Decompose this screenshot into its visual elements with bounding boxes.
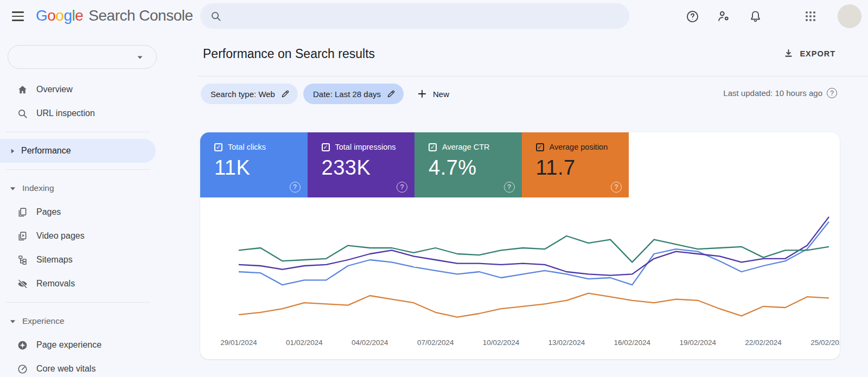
- search-icon: [210, 10, 222, 22]
- sidebar-item-pages[interactable]: Pages: [0, 200, 184, 224]
- download-icon: [783, 48, 794, 59]
- x-axis-tick-label: 10/02/2024: [483, 338, 520, 347]
- magnifier-icon: [16, 108, 28, 119]
- top-bar: Google Search Console: [0, 0, 868, 33]
- metric-value: 233K: [322, 156, 415, 180]
- caret-down-icon: [10, 186, 16, 191]
- edit-icon[interactable]: [386, 89, 396, 99]
- x-axis-tick-label: 25/02/2024: [810, 338, 840, 347]
- topbar-actions: [684, 0, 861, 33]
- sidebar-item-core-web-vitals[interactable]: Core web vitals: [0, 357, 184, 377]
- metric-value: 4.7%: [429, 156, 522, 180]
- property-selector[interactable]: [8, 45, 157, 69]
- speedometer-icon: [16, 363, 28, 375]
- metric-card-total-impressions[interactable]: Total impressions 233K ?: [308, 132, 415, 197]
- metric-label: Average CTR: [442, 143, 490, 151]
- chart-line: [239, 217, 829, 276]
- sidebar-item-video-pages[interactable]: Video pages: [0, 224, 184, 248]
- divider: [5, 132, 150, 132]
- logo-suffix: Search Console: [88, 7, 193, 24]
- x-axis-tick-label: 01/02/2024: [286, 338, 323, 347]
- metric-card-average-ctr[interactable]: Average CTR 4.7% ?: [414, 132, 522, 197]
- sitemaps-icon: [16, 254, 28, 266]
- metric-label: Average position: [550, 143, 608, 151]
- video-pages-icon: [16, 231, 28, 242]
- app-logo: Google Search Console: [36, 7, 193, 24]
- x-axis-tick-label: 04/02/2024: [352, 338, 388, 347]
- performance-chart[interactable]: 29/01/202401/02/202404/02/202407/02/2024…: [200, 197, 840, 359]
- search-input[interactable]: [228, 3, 629, 29]
- x-axis-tick-label: 19/02/2024: [679, 338, 716, 347]
- chip-search-type[interactable]: Search type: Web: [201, 84, 298, 104]
- metric-cards: Total clicks 11K ? Total impressions 233…: [200, 132, 840, 197]
- x-axis-tick-label: 29/01/2024: [220, 338, 257, 347]
- caret-down-icon: [10, 318, 16, 324]
- metric-card-total-clicks[interactable]: Total clicks 11K ?: [200, 132, 308, 197]
- export-button[interactable]: EXPORT: [783, 48, 835, 59]
- apps-grid-icon[interactable]: [802, 8, 819, 25]
- home-icon: [16, 84, 28, 95]
- global-search[interactable]: [200, 3, 629, 29]
- performance-card: Total clicks 11K ? Total impressions 233…: [200, 132, 840, 359]
- x-axis-tick-label: 07/02/2024: [417, 338, 454, 347]
- sidebar-item-label: Performance: [21, 146, 71, 156]
- sidebar-section-indexing[interactable]: Indexing: [0, 176, 184, 200]
- checkbox-icon[interactable]: [429, 143, 437, 151]
- last-updated-text: Last updated: 10 hours ago: [723, 88, 822, 98]
- help-icon[interactable]: [684, 8, 701, 25]
- sidebar-item-sitemaps[interactable]: Sitemaps: [0, 248, 184, 272]
- sidebar-item-label: URL inspection: [36, 108, 95, 118]
- sidebar-item-removals[interactable]: Removals: [0, 272, 184, 296]
- sidebar-item-overview[interactable]: Overview: [0, 78, 184, 101]
- user-settings-icon[interactable]: [715, 8, 732, 25]
- export-label: EXPORT: [800, 49, 835, 58]
- chart-line: [239, 293, 829, 317]
- sidebar-item-label: Removals: [36, 279, 75, 289]
- chip-label: Search type: Web: [210, 90, 275, 99]
- plus-icon: [417, 88, 427, 99]
- sidebar-item-label: Overview: [36, 85, 73, 94]
- section-header-label: Indexing: [22, 183, 54, 193]
- metric-card-average-position[interactable]: Average position 11.7 ?: [522, 132, 629, 197]
- checkbox-icon[interactable]: [214, 143, 222, 151]
- new-filter-button[interactable]: New: [417, 88, 449, 99]
- divider: [198, 76, 868, 76]
- help-icon[interactable]: ?: [827, 88, 837, 98]
- page-experience-icon: [16, 340, 28, 351]
- sidebar-item-label: Core web vitals: [36, 364, 95, 374]
- sidebar-item-label: Video pages: [36, 231, 85, 241]
- sidebar-section-experience[interactable]: Experience: [0, 309, 184, 333]
- edit-icon[interactable]: [280, 89, 290, 99]
- x-axis-tick-label: 13/02/2024: [548, 338, 585, 347]
- checkbox-icon[interactable]: [536, 143, 544, 151]
- help-icon[interactable]: ?: [611, 182, 622, 193]
- sidebar-item-url-inspection[interactable]: URL inspection: [0, 101, 184, 125]
- help-icon[interactable]: ?: [290, 182, 301, 193]
- sidebar-item-label: Sitemaps: [36, 255, 73, 265]
- avatar[interactable]: [838, 4, 861, 28]
- x-axis-tick-label: 22/02/2024: [745, 338, 782, 347]
- metric-value: 11.7: [536, 156, 629, 180]
- chart-line: [239, 222, 829, 285]
- checkbox-icon[interactable]: [322, 143, 330, 151]
- chip-date-range[interactable]: Date: Last 28 days: [303, 84, 404, 104]
- sidebar-item-performance[interactable]: Performance: [0, 139, 156, 163]
- menu-icon[interactable]: [9, 7, 27, 25]
- help-icon[interactable]: ?: [397, 182, 407, 193]
- new-label: New: [433, 90, 449, 99]
- sidebar-item-label: Page experience: [36, 340, 101, 350]
- notifications-icon[interactable]: [746, 8, 764, 25]
- section-header-label: Experience: [22, 316, 65, 326]
- eye-off-icon: [16, 278, 28, 290]
- divider: [5, 169, 150, 170]
- filter-row: Search type: Web Date: Last 28 days New: [201, 84, 449, 104]
- last-updated: Last updated: 10 hours ago ?: [723, 88, 837, 98]
- sidebar-item-label: Pages: [36, 207, 61, 217]
- caret-right-icon: [10, 148, 16, 154]
- sidebar: Overview URL inspection Performance Inde…: [0, 33, 184, 377]
- chevron-down-icon: [136, 53, 144, 62]
- metric-value: 11K: [214, 156, 308, 180]
- sidebar-item-page-experience[interactable]: Page experience: [0, 333, 184, 357]
- help-icon[interactable]: ?: [504, 182, 515, 193]
- metric-label: Total impressions: [335, 143, 396, 151]
